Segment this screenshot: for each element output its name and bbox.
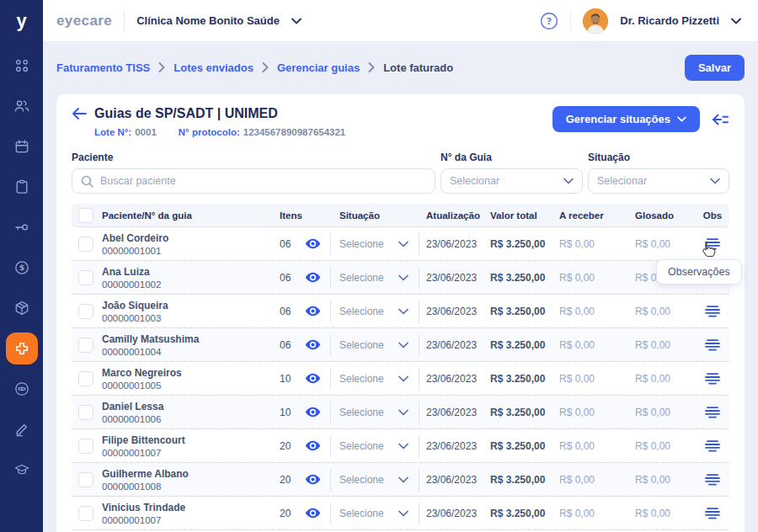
table-row: Camilly Matsushima 00000001004 06 Seleci…	[72, 328, 729, 362]
patient-cell: Marco Negreiros 00000001005	[97, 367, 280, 391]
total-value: R$ 3.250,00	[490, 407, 559, 418]
sidebar-item-finance[interactable]: $	[0, 247, 43, 288]
row-situation-select[interactable]: Selecione	[331, 508, 419, 519]
row-checkbox[interactable]	[78, 270, 93, 285]
guide-select[interactable]: Selecionar	[440, 168, 583, 194]
row-checkbox[interactable]	[78, 237, 93, 252]
manage-situations-label: Gerenciar situações	[566, 113, 670, 125]
row-situation-select[interactable]: Selecione	[331, 306, 419, 317]
breadcrumb-link[interactable]: Lotes enviados	[173, 61, 254, 74]
sidebar-item-education[interactable]	[0, 450, 43, 490]
row-situation-select[interactable]: Selecione	[331, 373, 419, 385]
patient-search-input[interactable]	[100, 175, 426, 187]
sidebar-item-package[interactable]	[0, 288, 43, 328]
breadcrumb: Faturamento TISS Lotes enviados Gerencia…	[56, 61, 453, 74]
row-checkbox[interactable]	[78, 304, 93, 319]
view-eye-icon[interactable]	[305, 508, 321, 519]
glossed-value: R$ 0,00	[635, 339, 696, 351]
itens-count: 06	[280, 272, 305, 284]
lote-label: Lote N°:	[94, 127, 131, 137]
view-eye-icon[interactable]	[305, 440, 321, 451]
clinic-selector-label[interactable]: Clínica Nome Bonito Saúde	[136, 14, 280, 27]
chevron-down-icon[interactable]	[731, 18, 741, 24]
chevron-right-icon	[368, 62, 375, 72]
back-button[interactable]	[72, 108, 87, 120]
row-checkbox[interactable]	[78, 506, 93, 521]
chevron-down-icon	[398, 375, 408, 382]
row-situation-select[interactable]: Selecione	[331, 238, 419, 250]
filters-row: Paciente N° da Guia Selecionar Situação …	[72, 152, 729, 194]
obs-icon[interactable]	[705, 508, 720, 519]
search-icon	[81, 175, 93, 188]
view-eye-icon[interactable]	[305, 373, 321, 384]
row-situation-select[interactable]: Selecione	[331, 272, 419, 284]
patient-name: Guilherme Albano	[102, 468, 280, 480]
guide-number: 00000001007	[102, 448, 280, 458]
row-situation-value: Selecione	[339, 373, 384, 385]
sidebar-item-users[interactable]	[0, 86, 43, 126]
key-icon	[13, 219, 30, 236]
chevron-down-icon[interactable]	[291, 18, 302, 24]
total-value: R$ 3.250,00	[490, 306, 559, 317]
view-eye-icon[interactable]	[305, 272, 321, 283]
itens-count: 06	[280, 306, 305, 317]
row-checkbox[interactable]	[78, 371, 93, 386]
row-checkbox[interactable]	[78, 338, 93, 353]
select-all-checkbox[interactable]	[78, 208, 93, 223]
row-situation-value: Selecione	[339, 440, 384, 452]
obs-icon[interactable]	[705, 306, 720, 317]
main-content: Faturamento TISS Lotes enviados Gerencia…	[43, 42, 758, 532]
save-button[interactable]: Salvar	[685, 55, 745, 81]
row-situation-select[interactable]: Selecione	[331, 339, 419, 351]
view-eye-icon[interactable]	[305, 306, 321, 317]
updated-date: 23/06/2023	[419, 339, 490, 351]
glossed-value: R$ 0,00	[635, 508, 696, 519]
row-situation-select[interactable]: Selecione	[331, 440, 419, 452]
sidebar-item-eye[interactable]	[0, 369, 43, 409]
sidebar-item-key[interactable]	[0, 207, 43, 247]
patient-cell: Vinicius Trindade 00000001007	[97, 502, 280, 525]
sidebar-item-calendar[interactable]	[0, 126, 43, 167]
breadcrumb-link[interactable]: Faturamento TISS	[56, 61, 150, 74]
view-eye-icon[interactable]	[305, 474, 321, 485]
sidebar-item-billing-active[interactable]	[0, 328, 43, 369]
avatar[interactable]	[583, 8, 608, 34]
sidebar-item-clipboard[interactable]	[0, 167, 43, 207]
patient-name: João Siqueira	[102, 300, 280, 311]
row-situation-value: Selecione	[339, 339, 384, 351]
chevron-down-icon	[398, 409, 408, 416]
sidebar: y $	[0, 0, 43, 532]
collapse-panel-icon[interactable]	[711, 113, 729, 126]
obs-icon[interactable]	[705, 339, 720, 351]
app-logo[interactable]: y	[0, 0, 43, 42]
obs-icon[interactable]	[705, 238, 720, 250]
breadcrumb-link[interactable]: Gerenciar guias	[277, 61, 360, 74]
guide-select-value: Selecionar	[450, 175, 499, 187]
view-eye-icon[interactable]	[305, 407, 321, 418]
view-eye-icon[interactable]	[305, 238, 321, 249]
view-eye-icon[interactable]	[305, 339, 321, 350]
divider	[570, 11, 571, 31]
sidebar-item-edit[interactable]	[0, 409, 43, 450]
lote-value: 0001	[135, 127, 157, 137]
user-menu-label[interactable]: Dr. Ricardo Pizzetti	[620, 14, 719, 27]
patient-search-field[interactable]	[72, 168, 435, 194]
obs-icon[interactable]	[705, 373, 720, 385]
row-checkbox[interactable]	[78, 405, 93, 420]
row-checkbox[interactable]	[78, 472, 93, 487]
manage-situations-button[interactable]: Gerenciar situações	[552, 106, 700, 132]
situation-select[interactable]: Selecionar	[588, 168, 729, 194]
row-situation-select[interactable]: Selecione	[331, 474, 419, 486]
obs-icon[interactable]	[705, 440, 720, 452]
receivable-value: R$ 0,00	[559, 373, 635, 385]
row-situation-select[interactable]: Selecione	[331, 407, 419, 418]
col-patient: Paciente/N° da guia	[97, 210, 280, 221]
patient-name: Daniel Lessa	[102, 401, 280, 412]
dollar-circle-icon: $	[13, 259, 30, 276]
sidebar-item-grid[interactable]	[0, 45, 43, 86]
obs-icon[interactable]	[705, 407, 720, 418]
help-icon[interactable]: ?	[540, 12, 558, 30]
obs-icon[interactable]	[705, 474, 720, 486]
brand-wordmark: eyecare	[56, 13, 112, 29]
row-checkbox[interactable]	[78, 439, 93, 454]
